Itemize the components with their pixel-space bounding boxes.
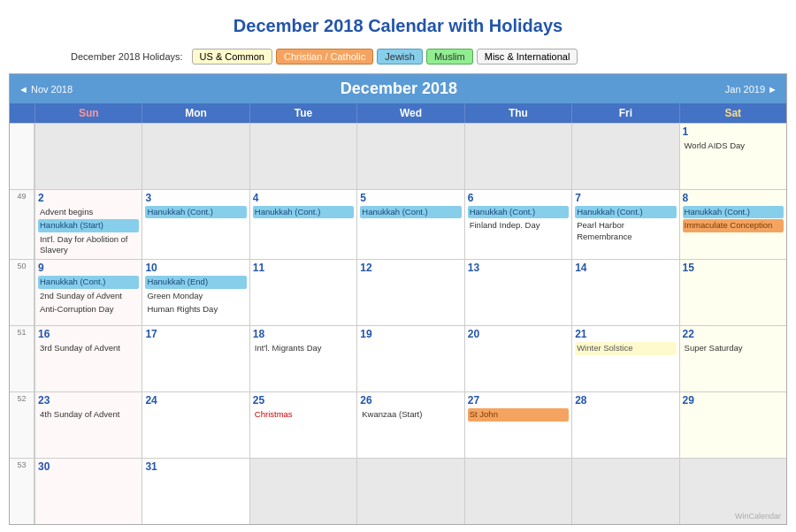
- day-number: 27: [468, 394, 569, 407]
- day-cell: 27St John: [464, 391, 571, 458]
- event: Hanukkah (Cont.): [253, 206, 354, 218]
- week-col-header: [10, 103, 34, 123]
- event: Hanukkah (Cont.): [360, 206, 461, 218]
- week-number: 52: [10, 391, 34, 458]
- event: Anti-Corruption Day: [38, 303, 139, 315]
- day-number: 2: [38, 192, 139, 204]
- day-cell: [249, 458, 356, 524]
- legend-btn-misc[interactable]: Misc & International: [477, 49, 578, 65]
- event: Int'l. Day for Abolition of Slavery: [38, 233, 139, 257]
- day-cell: 5Hanukkah (Cont.): [356, 189, 463, 259]
- day-cell: [34, 123, 142, 189]
- day-cell: 18Int'l. Migrants Day: [249, 325, 356, 391]
- col-header-fri: Fri: [571, 103, 678, 123]
- day-number: 22: [683, 328, 784, 340]
- col-header-mon: Mon: [142, 103, 249, 123]
- courtesy: Courtesy of WinCalendar: [0, 525, 796, 532]
- day-cell: 10Hanukkah (End)Green MondayHuman Rights…: [142, 259, 249, 325]
- event: Hanukkah (End): [145, 276, 246, 288]
- day-number: 17: [145, 328, 246, 340]
- event: Immaculate Conception: [683, 219, 784, 232]
- day-number: 5: [360, 192, 461, 204]
- day-number: 3: [145, 192, 246, 204]
- day-cell: 4Hanukkah (Cont.): [249, 189, 356, 259]
- event: Hanukkah (Cont.): [683, 206, 784, 218]
- day-number: 19: [360, 328, 461, 340]
- day-cell: 20: [464, 325, 571, 391]
- day-number: 8: [683, 192, 784, 204]
- event: World AIDS Day: [683, 140, 784, 152]
- day-number: 7: [575, 192, 676, 204]
- day-number: 21: [575, 328, 676, 340]
- day-cell: 6Hanukkah (Cont.)Finland Indep. Day: [464, 189, 571, 259]
- day-cell: 12: [356, 259, 463, 325]
- event: Advent begins: [38, 206, 139, 218]
- day-cell: 19: [356, 325, 463, 391]
- event: Hanukkah (Cont.): [575, 206, 676, 218]
- day-number: 29: [683, 394, 784, 407]
- page-title: December 2018 Calendar with Holidays: [0, 0, 796, 45]
- legend-label: December 2018 Holidays:: [71, 51, 183, 62]
- day-number: 26: [360, 394, 461, 407]
- day-number: 24: [145, 394, 246, 407]
- day-cell: 29: [679, 391, 786, 458]
- day-cell: 15: [679, 259, 786, 325]
- col-headers: Sun Mon Tue Wed Thu Fri Sat: [10, 103, 786, 123]
- day-number: 23: [38, 394, 139, 407]
- week-number: 51: [10, 325, 34, 391]
- day-number: 13: [468, 262, 569, 274]
- day-cell: 22Super Saturday: [679, 325, 786, 391]
- event: Christmas: [253, 408, 354, 421]
- prev-nav[interactable]: ◄ Nov 2018: [19, 84, 73, 95]
- day-cell: 26Kwanzaa (Start): [356, 391, 463, 458]
- day-number: 10: [145, 262, 246, 274]
- day-cell: 28: [571, 391, 678, 458]
- day-cell: [142, 123, 249, 189]
- day-number: 16: [38, 328, 139, 340]
- cal-header-title: December 2018: [341, 80, 457, 98]
- col-header-tue: Tue: [249, 103, 356, 123]
- day-cell: [249, 123, 356, 189]
- day-cell: 7Hanukkah (Cont.)Pearl Harbor Remembranc…: [571, 189, 678, 259]
- day-cell: 8Hanukkah (Cont.)Immaculate Conception: [679, 189, 786, 259]
- legend-btn-christian[interactable]: Christian / Catholic: [276, 49, 373, 65]
- holidays-legend: December 2018 Holidays: US & Common Chri…: [0, 45, 796, 68]
- legend-btn-muslim[interactable]: Muslim: [426, 49, 473, 65]
- event: Finland Indep. Day: [468, 219, 569, 232]
- event: 4th Sunday of Advent: [38, 408, 139, 421]
- day-number: 30: [38, 460, 139, 473]
- event: Int'l. Migrants Day: [253, 342, 354, 354]
- week-number: [10, 123, 34, 189]
- legend-btn-us[interactable]: US & Common: [192, 49, 272, 65]
- day-cell: 14: [571, 259, 678, 325]
- event: St John: [468, 408, 569, 421]
- day-number: 14: [575, 262, 676, 274]
- day-cell: 30: [34, 458, 142, 524]
- event: Super Saturday: [683, 342, 784, 354]
- day-cell: 13: [464, 259, 571, 325]
- event: Kwanzaa (Start): [360, 408, 461, 421]
- day-number: 11: [253, 262, 354, 274]
- col-header-wed: Wed: [356, 103, 463, 123]
- day-cell: [571, 123, 678, 189]
- day-cell: 9Hanukkah (Cont.)2nd Sunday of AdventAnt…: [34, 259, 142, 325]
- day-cell: [571, 458, 678, 524]
- event: Hanukkah (Cont.): [38, 276, 139, 288]
- day-cell: 31: [142, 458, 249, 524]
- legend-btn-jewish[interactable]: Jewish: [377, 49, 423, 65]
- day-number: 20: [468, 328, 569, 340]
- day-cell: 1World AIDS Day: [679, 123, 786, 189]
- day-cell: WinCalendar: [679, 458, 786, 524]
- day-number: 6: [468, 192, 569, 204]
- day-cell: 3Hanukkah (Cont.): [142, 189, 249, 259]
- day-number: 15: [683, 262, 784, 274]
- day-cell: 234th Sunday of Advent: [34, 391, 142, 458]
- day-number: 31: [145, 460, 246, 473]
- col-header-thu: Thu: [464, 103, 571, 123]
- day-cell: 2Advent beginsHanukkah (Start)Int'l. Day…: [34, 189, 142, 259]
- day-number: 4: [253, 192, 354, 204]
- next-nav[interactable]: Jan 2019 ►: [725, 84, 777, 95]
- event: Hanukkah (Cont.): [145, 206, 246, 218]
- cal-body: 1World AIDS Day492Advent beginsHanukkah …: [10, 123, 786, 524]
- event: Human Rights Day: [145, 303, 246, 315]
